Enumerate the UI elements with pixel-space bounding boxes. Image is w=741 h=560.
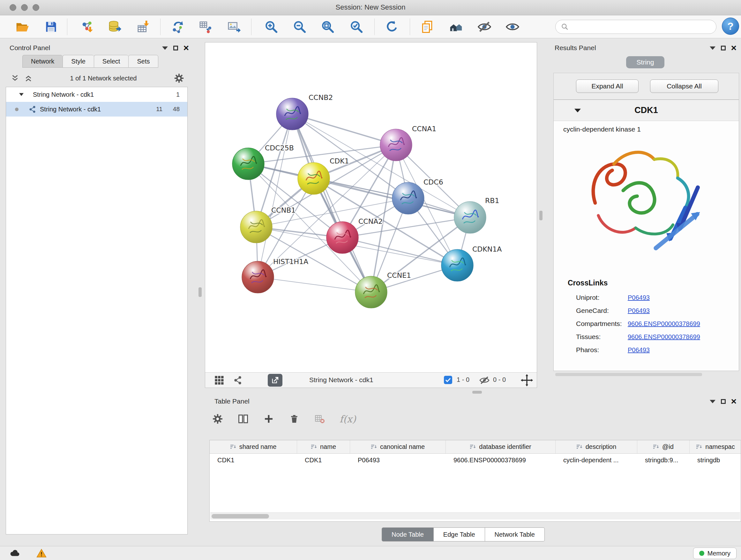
table-cell[interactable]: P06493 <box>350 454 446 466</box>
zoom-in-button[interactable] <box>262 18 280 36</box>
results-scrollbar[interactable] <box>555 373 702 376</box>
network-from-table-button[interactable] <box>197 18 215 36</box>
gene-header[interactable]: CDK1 <box>554 100 739 121</box>
crosslink-pharos-link[interactable]: P06493 <box>628 347 731 354</box>
network-share-button[interactable] <box>232 375 243 387</box>
network-canvas[interactable]: CCNB2CCNA1CDC25BCDK1CDC6RB1CCNB1CCNA2CDK… <box>205 43 537 372</box>
delete-table-button[interactable] <box>312 411 328 427</box>
tab-network[interactable]: Network <box>22 55 63 68</box>
copy-document-button[interactable] <box>418 18 436 36</box>
panel-menu-icon[interactable] <box>162 46 168 50</box>
network-node-CCNB2[interactable] <box>276 98 308 130</box>
tree-expand-icon[interactable] <box>19 92 24 97</box>
panel-close-icon[interactable]: × <box>731 44 737 52</box>
export-image-button[interactable] <box>225 18 243 36</box>
expand-all-chevron-icon[interactable] <box>23 73 33 83</box>
zoom-selected-button[interactable] <box>347 18 365 36</box>
network-node-CDC6[interactable] <box>392 182 424 214</box>
import-table-button[interactable] <box>135 18 152 36</box>
hide-graphics-details-button[interactable] <box>475 18 493 36</box>
network-node-HIST1H1A[interactable] <box>242 261 274 293</box>
panel-close-icon[interactable]: × <box>183 44 189 52</box>
collapse-all-button[interactable]: Collapse All <box>650 79 718 93</box>
birdseye-toggle-button[interactable] <box>213 374 225 388</box>
show-graphics-details-button[interactable] <box>503 18 522 36</box>
function-builder-button[interactable]: f(x) <box>340 414 356 425</box>
delete-column-button[interactable] <box>286 411 302 427</box>
table-cell[interactable]: stringdb:9... <box>637 454 690 466</box>
expand-all-button[interactable]: Expand All <box>576 79 638 93</box>
results-tab-string[interactable]: String <box>626 56 664 68</box>
splitter-handle[interactable] <box>472 391 482 394</box>
selected-nodes-checkbox[interactable] <box>444 376 452 384</box>
column-header[interactable]: @id <box>637 440 690 453</box>
network-node-CDK1[interactable] <box>298 163 330 194</box>
warning-button[interactable] <box>36 548 47 560</box>
column-header[interactable]: name <box>297 440 350 453</box>
network-row[interactable]: String Network - cdk1 11 48 <box>6 102 187 117</box>
cloud-button[interactable] <box>9 548 20 560</box>
panel-close-icon[interactable]: × <box>731 397 737 406</box>
column-header[interactable]: database identifier <box>446 440 556 453</box>
tab-select[interactable]: Select <box>94 55 129 68</box>
memory-button[interactable]: Memory <box>693 548 737 559</box>
collapse-section-icon[interactable] <box>574 108 581 113</box>
zoom-out-button[interactable] <box>291 18 309 36</box>
add-column-button[interactable] <box>260 411 277 427</box>
import-network-file-button[interactable] <box>78 18 96 36</box>
network-node-CDKN1A[interactable] <box>441 249 473 281</box>
open-session-button[interactable] <box>13 18 31 36</box>
table-cell[interactable]: 9606.ENSP00000378699 <box>446 454 556 466</box>
splitter-handle[interactable] <box>539 211 542 220</box>
network-node-RB1[interactable] <box>454 201 486 233</box>
table-settings-button[interactable] <box>209 411 226 427</box>
column-header[interactable]: description <box>556 440 637 453</box>
table-row[interactable]: CDK1 CDK1 P06493 9606.ENSP00000378699 cy… <box>210 454 741 466</box>
tab-network-table[interactable]: Network Table <box>485 527 545 542</box>
gear-icon[interactable] <box>174 73 185 84</box>
panel-float-icon[interactable] <box>173 46 178 51</box>
network-node-CCNA1[interactable] <box>380 129 412 161</box>
column-header[interactable]: shared name <box>210 440 297 453</box>
tab-sets[interactable]: Sets <box>128 55 158 68</box>
network-node-CCNE1[interactable] <box>355 276 387 308</box>
search-input[interactable] <box>569 23 710 30</box>
network-edge[interactable] <box>258 114 292 277</box>
import-network-database-button[interactable] <box>106 18 124 36</box>
table-cell[interactable]: stringdb <box>690 454 741 466</box>
save-session-button[interactable] <box>42 18 60 36</box>
network-collection-row[interactable]: String Network - cdk1 1 <box>6 87 187 102</box>
panel-float-icon[interactable] <box>721 399 726 404</box>
tab-style[interactable]: Style <box>63 55 93 68</box>
crosslink-tissues-link[interactable]: 9606.ENSP00000378699 <box>628 333 731 341</box>
network-node-CDC25B[interactable] <box>232 148 264 180</box>
table-cell[interactable]: CDK1 <box>297 454 350 466</box>
birdseye-navigator-button[interactable] <box>447 18 465 36</box>
show-columns-button[interactable] <box>235 411 252 427</box>
crosslink-compartments-link[interactable]: 9606.ENSP00000378699 <box>628 320 731 327</box>
column-header[interactable]: namespac <box>690 440 741 453</box>
table-cell[interactable]: CDK1 <box>210 454 297 466</box>
splitter-handle[interactable] <box>199 287 202 297</box>
clone-network-button[interactable] <box>169 18 187 36</box>
table-cell[interactable]: cyclin-dependent ... <box>556 454 637 466</box>
column-header[interactable]: canonical name <box>350 440 446 453</box>
network-node-CCNA2[interactable] <box>327 222 358 253</box>
open-in-browser-button[interactable] <box>268 374 282 387</box>
refresh-button[interactable] <box>383 18 401 36</box>
zoom-fit-button[interactable] <box>319 18 337 36</box>
crosslink-uniprot-link[interactable]: P06493 <box>628 294 731 301</box>
tab-node-table[interactable]: Node Table <box>382 527 434 542</box>
table-horizontal-scrollbar[interactable] <box>210 512 740 519</box>
pan-tool-button[interactable] <box>521 374 533 388</box>
panel-menu-icon[interactable] <box>710 399 716 403</box>
collapse-all-chevron-icon[interactable] <box>10 73 20 83</box>
help-button[interactable]: ? <box>722 17 739 35</box>
network-edge[interactable] <box>258 277 371 292</box>
network-node-CCNB1[interactable] <box>240 211 272 243</box>
crosslink-genecard-link[interactable]: P06493 <box>628 307 731 314</box>
network-edge[interactable] <box>292 114 396 145</box>
panel-float-icon[interactable] <box>721 46 726 51</box>
scrollbar-thumb[interactable] <box>212 514 269 518</box>
hidden-toggle-button[interactable] <box>479 375 490 387</box>
